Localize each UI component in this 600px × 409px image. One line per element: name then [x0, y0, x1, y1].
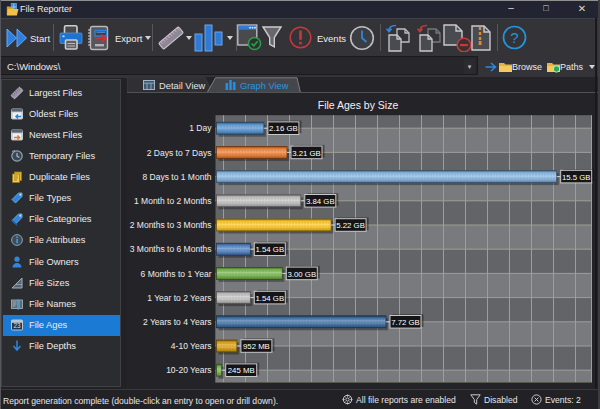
svg-text:23: 23 — [13, 322, 21, 329]
svg-text:2 Years to 4 Years: 2 Years to 4 Years — [143, 317, 212, 327]
svg-text:1 Month to 2 Months: 1 Month to 2 Months — [134, 196, 212, 206]
svg-text:1 Day: 1 Day — [189, 123, 212, 133]
svg-text:3 Months to 6 Months: 3 Months to 6 Months — [130, 244, 212, 254]
svg-text:2 Days to 7 Days: 2 Days to 7 Days — [147, 148, 212, 158]
svg-text:5.22 GB: 5.22 GB — [336, 221, 365, 230]
svg-text:?: ? — [510, 29, 518, 46]
svg-text:2.16 GB: 2.16 GB — [269, 124, 298, 133]
svg-text:2 Months to 3 Months: 2 Months to 3 Months — [130, 220, 212, 230]
svg-text:10-20 Years: 10-20 Years — [166, 365, 211, 375]
svg-text:3.00 GB: 3.00 GB — [287, 270, 316, 279]
svg-text:15.5 GB: 15.5 GB — [562, 173, 591, 182]
svg-text:6 Months to 1 Year: 6 Months to 1 Year — [141, 269, 212, 279]
svg-text:8 Days to 1 Month: 8 Days to 1 Month — [143, 172, 212, 182]
svg-text:1.54 GB: 1.54 GB — [255, 294, 284, 303]
svg-text:7.72 GB: 7.72 GB — [391, 318, 420, 327]
svg-text:245 MB: 245 MB — [228, 366, 255, 375]
svg-text:3.21 GB: 3.21 GB — [292, 149, 321, 158]
svg-text:4-10 Years: 4-10 Years — [171, 341, 212, 351]
svg-text:1.54 GB: 1.54 GB — [255, 245, 284, 254]
svg-text:1 Year to 2 Years: 1 Year to 2 Years — [147, 293, 211, 303]
svg-text:File Ages by Size: File Ages by Size — [318, 99, 399, 111]
svg-text:Graph View: Graph View — [240, 81, 289, 91]
svg-text:Detail View: Detail View — [159, 81, 206, 91]
svg-text:3.84 GB: 3.84 GB — [306, 197, 335, 206]
svg-text:952 MB: 952 MB — [243, 342, 270, 351]
